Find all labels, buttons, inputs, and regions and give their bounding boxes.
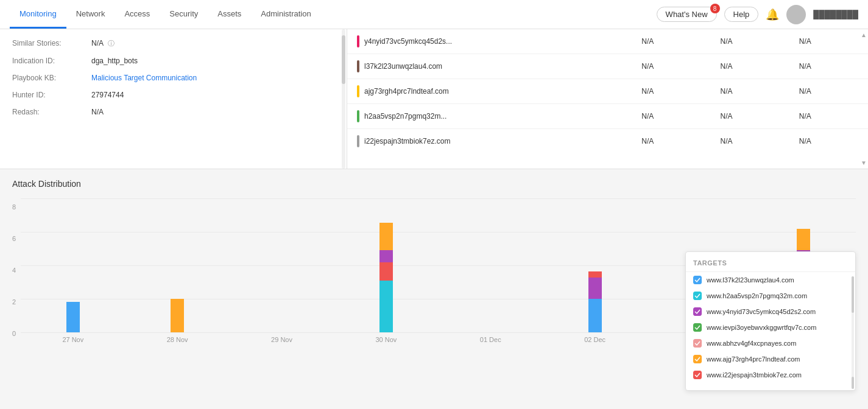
playbook-kb-label: Playbook KB: bbox=[12, 74, 91, 82]
table-row: i22jespajn3tmbiok7ez.com N/A N/A N/A bbox=[347, 129, 868, 154]
nav-item-administration[interactable]: Administration bbox=[251, 0, 320, 29]
domain-text: ajg73rgh4prc7lndteaf.com bbox=[364, 87, 449, 96]
domain-text: y4nyid73vc5ymkcq45d2s... bbox=[364, 37, 452, 46]
bar-group bbox=[230, 198, 334, 332]
domain-text: h2aa5vsp2n7pgmq32m... bbox=[364, 112, 446, 121]
playbook-kb-value[interactable]: Malicious Target Communication bbox=[91, 74, 197, 82]
x-label: 27 Nov bbox=[21, 336, 125, 343]
x-label: 01 Dec bbox=[439, 336, 543, 343]
domain-cell: y4nyid73vc5ymkcq45d2s... bbox=[347, 29, 632, 54]
bar-stack bbox=[588, 198, 602, 332]
table-row: y4nyid73vc5ymkcq45d2s... N/A N/A N/A bbox=[347, 29, 868, 54]
domain-table: y4nyid73vc5ymkcq45d2s... N/A N/A N/A l37… bbox=[347, 29, 868, 153]
targets-scrollbar[interactable] bbox=[852, 276, 854, 389]
table-row: ajg73rgh4prc7lndteaf.com N/A N/A N/A bbox=[347, 79, 868, 104]
target-label: www.ievpi3oyebwvxkggwrtfqv7c.com bbox=[707, 324, 816, 331]
info-row-redash: Redash: N/A bbox=[12, 108, 334, 116]
bar-segment bbox=[171, 299, 184, 332]
bar-group bbox=[334, 198, 438, 332]
domain-name: l37k2l23unwqzlau4.com bbox=[357, 60, 622, 72]
domain-col2: N/A bbox=[711, 79, 789, 104]
bar-segment bbox=[379, 262, 393, 281]
target-item: www.abhzv4gf4xcpnayes.com bbox=[686, 335, 855, 351]
y-label-2: 2 bbox=[12, 298, 16, 306]
target-checkbox[interactable] bbox=[693, 323, 702, 332]
targets-scrollbar-thumb-bottom bbox=[852, 377, 854, 389]
redash-value: N/A bbox=[91, 108, 104, 116]
indication-id-label: Indication ID: bbox=[12, 57, 91, 65]
top-section: Similar Stories: N/A ⓘ Indication ID: dg… bbox=[0, 29, 868, 169]
domain-col3: N/A bbox=[789, 79, 868, 104]
bar-segment bbox=[66, 302, 80, 332]
similar-stories-label: Similar Stories: bbox=[12, 39, 91, 47]
bar-segment bbox=[379, 250, 393, 262]
target-checkbox[interactable] bbox=[693, 371, 702, 379]
x-label: 02 Dec bbox=[543, 336, 647, 343]
domain-color-indicator bbox=[357, 110, 359, 122]
user-name[interactable]: ████████ bbox=[813, 10, 858, 19]
domain-cell: h2aa5vsp2n7pgmq32m... bbox=[347, 104, 632, 129]
target-label: www.y4nyid73vc5ymkcq45d2s2.com bbox=[707, 308, 816, 315]
y-label-0: 0 bbox=[12, 330, 16, 337]
info-panel: Similar Stories: N/A ⓘ Indication ID: dg… bbox=[0, 29, 347, 169]
bar-stack bbox=[66, 198, 80, 332]
bar-group bbox=[439, 198, 543, 332]
chart-y-axis: 8 6 4 2 0 bbox=[12, 203, 21, 337]
bar-segment bbox=[379, 281, 393, 332]
targets-list: www.l37k2l23unwqzlau4.com www.h2aa5vsp2n… bbox=[686, 272, 855, 383]
domain-cell: l37k2l23unwqzlau4.com bbox=[347, 54, 632, 79]
attack-distribution-section: Attack Distribution 8 6 4 2 0 bbox=[0, 169, 868, 409]
x-label: 30 Nov bbox=[334, 336, 438, 343]
target-checkbox[interactable] bbox=[693, 355, 702, 363]
domain-cell: ajg73rgh4prc7lndteaf.com bbox=[347, 79, 632, 104]
nav-items: Monitoring Network Access Security Asset… bbox=[10, 0, 321, 29]
domain-col1: N/A bbox=[632, 104, 710, 129]
target-checkbox[interactable] bbox=[693, 276, 702, 284]
domain-text: i22jespajn3tmbiok7ez.com bbox=[364, 137, 450, 145]
domain-col1: N/A bbox=[632, 29, 710, 54]
info-row-playbook-kb: Playbook KB: Malicious Target Communicat… bbox=[12, 74, 334, 82]
domain-col1: N/A bbox=[632, 129, 710, 154]
table-scroll-down[interactable]: ▼ bbox=[861, 159, 867, 166]
domain-name: i22jespajn3tmbiok7ez.com bbox=[357, 135, 622, 147]
target-item: www.i22jespajn3tmbiok7ez.com bbox=[686, 367, 855, 383]
nav-item-access[interactable]: Access bbox=[115, 0, 160, 29]
attack-distribution-title: Attack Distribution bbox=[12, 179, 856, 189]
nav-item-assets[interactable]: Assets bbox=[208, 0, 251, 29]
left-scrollbar-thumb bbox=[342, 35, 345, 84]
left-scrollbar[interactable] bbox=[342, 29, 345, 169]
table-scroll-up[interactable]: ▲ bbox=[861, 32, 867, 38]
help-button[interactable]: Help bbox=[724, 7, 759, 22]
similar-stories-value: N/A ⓘ bbox=[91, 39, 115, 48]
domain-col2: N/A bbox=[711, 29, 789, 54]
bell-icon[interactable]: 🔔 bbox=[766, 8, 779, 21]
avatar[interactable] bbox=[786, 5, 806, 24]
x-label: 29 Nov bbox=[230, 336, 334, 343]
whats-new-button[interactable]: What's New 8 bbox=[657, 7, 717, 22]
target-checkbox[interactable] bbox=[693, 292, 702, 300]
target-label: www.ajg73rgh4prc7lndteaf.com bbox=[707, 355, 800, 363]
target-item: www.y4nyid73vc5ymkcq45d2s2.com bbox=[686, 304, 855, 320]
target-label: www.h2aa5vsp2n7pgmq32m.com bbox=[707, 292, 807, 299]
nav-item-security[interactable]: Security bbox=[160, 0, 208, 29]
nav-right: What's New 8 Help 🔔 ████████ bbox=[657, 5, 858, 24]
target-label: www.abhzv4gf4xcpnayes.com bbox=[707, 340, 796, 347]
target-checkbox[interactable] bbox=[693, 339, 702, 348]
x-label: 28 Nov bbox=[125, 336, 229, 343]
indication-id-value: dga_http_bots bbox=[91, 57, 138, 65]
domain-col3: N/A bbox=[789, 29, 868, 54]
domain-col2: N/A bbox=[711, 129, 789, 154]
hunter-id-label: Hunter ID: bbox=[12, 91, 91, 99]
target-checkbox[interactable] bbox=[693, 307, 702, 316]
domain-col2: N/A bbox=[711, 54, 789, 79]
bar-group bbox=[543, 198, 647, 332]
info-row-hunter-id: Hunter ID: 27974744 bbox=[12, 91, 334, 99]
notification-badge: 8 bbox=[710, 4, 720, 13]
nav-item-network[interactable]: Network bbox=[66, 0, 115, 29]
target-item: www.ajg73rgh4prc7lndteaf.com bbox=[686, 351, 855, 367]
bar-segment bbox=[588, 271, 602, 278]
main-content: Similar Stories: N/A ⓘ Indication ID: dg… bbox=[0, 29, 868, 409]
target-item: www.l37k2l23unwqzlau4.com bbox=[686, 272, 855, 288]
nav-item-monitoring[interactable]: Monitoring bbox=[10, 0, 66, 29]
help-circle-icon[interactable]: ⓘ bbox=[108, 40, 115, 47]
